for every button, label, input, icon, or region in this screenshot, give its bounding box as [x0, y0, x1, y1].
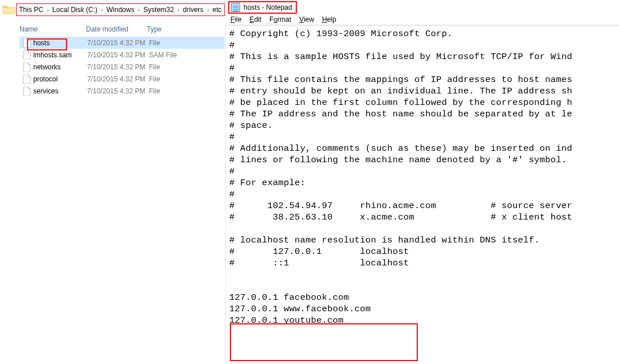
file-name: hosts — [33, 39, 87, 47]
menu-file[interactable]: File — [230, 15, 241, 24]
chevron-right-icon: › — [47, 6, 49, 13]
file-date: 7/10/2015 4:32 PM — [87, 75, 149, 83]
file-type: File — [149, 39, 195, 47]
notepad-icon — [231, 3, 240, 12]
file-name: services — [33, 87, 87, 95]
header-type[interactable]: Type — [147, 25, 193, 33]
folder-icon — [2, 3, 15, 16]
file-icon — [22, 62, 32, 72]
chevron-right-icon: › — [177, 6, 179, 13]
column-headers: Name Date modified Type — [0, 17, 225, 37]
file-type: File — [149, 75, 195, 83]
header-date[interactable]: Date modified — [86, 25, 147, 33]
file-type: SAM File — [149, 51, 195, 59]
file-type: File — [149, 63, 195, 71]
breadcrumb[interactable]: This PC › Local Disk (C:) › Windows › Sy… — [16, 3, 225, 16]
file-name: lmhosts.sam — [33, 51, 87, 59]
file-row[interactable]: services 7/10/2015 4:32 PM File — [19, 85, 225, 97]
menu-format[interactable]: Format — [269, 15, 291, 24]
crumb-drivers[interactable]: drivers — [183, 6, 203, 14]
notepad-editor[interactable]: # Copyright (c) 1993-2009 Microsoft Corp… — [225, 25, 619, 364]
file-row[interactable]: networks 7/10/2015 4:32 PM File — [19, 61, 225, 73]
crumb-etc[interactable]: etc — [213, 6, 222, 14]
crumb-system32[interactable]: System32 — [143, 6, 174, 14]
crumb-c[interactable]: Local Disk (C:) — [52, 6, 97, 14]
file-date: 7/10/2015 4:32 PM — [87, 87, 149, 95]
menu-help[interactable]: Help — [322, 15, 336, 24]
editor-text[interactable]: # Copyright (c) 1993-2009 Microsoft Corp… — [229, 28, 619, 326]
file-row[interactable]: lmhosts.sam 7/10/2015 4:32 PM SAM File — [19, 49, 225, 61]
file-name: networks — [33, 63, 87, 71]
file-list: hosts 7/10/2015 4:32 PM File lmhosts.sam… — [0, 37, 225, 97]
file-type: File — [149, 87, 195, 95]
file-name: protocol — [33, 75, 87, 83]
address-bar: This PC › Local Disk (C:) › Windows › Sy… — [0, 0, 225, 17]
file-icon — [22, 74, 32, 84]
menu-bar: File Edit Format View Help — [225, 14, 619, 25]
file-row[interactable]: hosts 7/10/2015 4:32 PM File — [19, 37, 225, 49]
chevron-right-icon: › — [138, 6, 140, 13]
menu-view[interactable]: View — [299, 15, 314, 24]
menu-edit[interactable]: Edit — [249, 15, 261, 24]
chevron-right-icon: › — [207, 6, 209, 13]
file-explorer: This PC › Local Disk (C:) › Windows › Sy… — [0, 0, 225, 364]
file-icon — [22, 86, 32, 96]
file-icon — [22, 50, 32, 60]
chevron-right-icon: › — [101, 6, 103, 13]
file-row[interactable]: protocol 7/10/2015 4:32 PM File — [19, 73, 225, 85]
header-name[interactable]: Name — [19, 25, 86, 33]
notepad-window: hosts - Notepad File Edit Format View He… — [225, 0, 619, 364]
window-title: hosts - Notepad — [244, 3, 292, 11]
crumb-this-pc[interactable]: This PC — [19, 6, 44, 14]
file-date: 7/10/2015 4:32 PM — [87, 63, 149, 71]
crumb-windows[interactable]: Windows — [107, 6, 135, 14]
file-date: 7/10/2015 4:32 PM — [87, 39, 149, 47]
file-date: 7/10/2015 4:32 PM — [87, 51, 149, 59]
notepad-title-bar: hosts - Notepad — [225, 0, 619, 14]
file-icon — [22, 38, 32, 48]
